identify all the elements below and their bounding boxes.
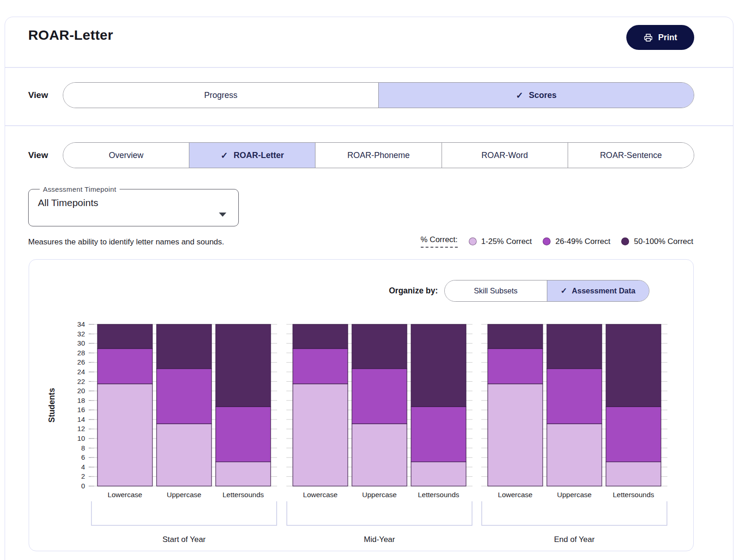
bar-segment <box>488 349 543 384</box>
bar-segment <box>547 424 602 486</box>
bar-segment <box>606 407 661 462</box>
tab-roar-letter[interactable]: ✓ ROAR-Letter <box>189 143 315 168</box>
y-tick-label: 6 <box>81 453 85 461</box>
y-tick-label: 12 <box>77 425 85 432</box>
bar-segment <box>157 324 212 369</box>
check-icon: ✓ <box>516 90 523 101</box>
category-label: Lowercase <box>303 491 338 499</box>
category-label: Uppercase <box>557 491 592 499</box>
timepoint-select-label: Assessment Timepoint <box>40 185 120 193</box>
category-label: Lettersounds <box>223 491 264 499</box>
segment-skill-subsets[interactable]: Skill Subsets <box>445 280 547 301</box>
timepoint-select-value: All Timepoints <box>38 197 229 208</box>
legend-dot-medium <box>543 237 551 245</box>
bar-segment <box>606 462 661 487</box>
page-title: ROAR-Letter <box>28 27 113 43</box>
printer-icon <box>643 33 653 43</box>
divider <box>5 67 733 68</box>
y-tick-label: 22 <box>77 377 85 385</box>
assessment-description: Measures the ability to identify letter … <box>28 237 224 247</box>
chevron-down-icon <box>219 213 226 217</box>
chart-card: Organize by: Skill Subsets ✓ Assessment … <box>29 259 694 551</box>
page: ROAR-Letter Print View Progress ✓ Scores <box>0 0 739 560</box>
category-label: Lettersounds <box>418 491 460 499</box>
y-axis-label: Students <box>47 388 56 422</box>
organize-by-row: Organize by: Skill Subsets ✓ Assessment … <box>389 280 649 302</box>
group-bracket <box>287 501 472 525</box>
organize-by-label: Organize by: <box>389 286 438 296</box>
y-tick-label: 4 <box>81 463 85 471</box>
y-tick-label: 10 <box>77 434 85 442</box>
tab-roar-word[interactable]: ROAR-Word <box>442 143 568 168</box>
segment-scores[interactable]: ✓ Scores <box>378 83 694 108</box>
bar-segment <box>547 369 602 424</box>
bar-segment <box>293 384 348 486</box>
view-label-assessment: View <box>28 142 48 168</box>
segment-assessment-data[interactable]: ✓ Assessment Data <box>547 280 649 301</box>
print-button[interactable]: Print <box>626 25 694 50</box>
bar-segment <box>216 462 271 487</box>
report-card: ROAR-Letter Print View Progress ✓ Scores <box>5 17 733 560</box>
bar-segment <box>352 369 407 424</box>
segment-progress[interactable]: Progress <box>63 83 378 108</box>
legend-dot-light <box>469 237 477 245</box>
bar-segment <box>352 424 407 486</box>
bar-segment <box>157 424 212 486</box>
bar-segment <box>411 462 466 487</box>
bar-segment <box>352 324 407 369</box>
category-label: Lowercase <box>108 491 142 499</box>
y-tick-label: 26 <box>77 358 85 366</box>
legend-title: % Correct: <box>421 235 458 248</box>
score-legend: % Correct: 1-25% Correct 26-49% Correct … <box>421 235 693 248</box>
stacked-bar-chart: 0246810121416182022242628303234StudentsL… <box>33 308 680 552</box>
bar-segment <box>157 369 212 424</box>
y-tick-label: 20 <box>77 387 85 395</box>
group-label: Mid-Year <box>364 535 395 544</box>
bar-segment <box>411 324 466 407</box>
legend-item: 1-25% Correct <box>469 237 532 246</box>
legend-item: 26-49% Correct <box>543 237 610 246</box>
bar-segment <box>293 324 348 349</box>
y-tick-label: 16 <box>77 406 85 414</box>
bar-segment <box>293 349 348 384</box>
category-label: Lettersounds <box>613 491 654 499</box>
group-bracket <box>91 501 277 525</box>
legend-dot-dark <box>621 237 629 245</box>
bar-segment <box>488 324 543 349</box>
divider <box>5 125 733 126</box>
group-label: End of Year <box>554 535 595 544</box>
y-tick-label: 32 <box>77 330 85 338</box>
category-label: Uppercase <box>362 491 397 499</box>
group-bracket <box>482 501 667 525</box>
print-button-label: Print <box>658 33 677 43</box>
y-tick-label: 14 <box>77 415 85 423</box>
group-label: Start of Year <box>163 535 206 544</box>
bar-segment <box>97 384 152 486</box>
category-label: Lowercase <box>498 491 533 499</box>
y-tick-label: 2 <box>81 472 85 480</box>
timepoint-select[interactable]: Assessment Timepoint All Timepoints <box>28 185 239 226</box>
legend-item: 50-100% Correct <box>621 237 693 246</box>
y-tick-label: 24 <box>77 368 85 376</box>
bar-segment <box>488 384 543 486</box>
tab-roar-phoneme[interactable]: ROAR-Phoneme <box>315 143 441 168</box>
tab-overview[interactable]: Overview <box>63 143 189 168</box>
y-tick-label: 34 <box>77 320 85 328</box>
y-tick-label: 8 <box>81 444 85 452</box>
y-tick-label: 18 <box>77 396 85 404</box>
check-icon: ✓ <box>221 150 228 161</box>
check-icon: ✓ <box>561 286 567 296</box>
bar-segment <box>97 324 152 349</box>
assessment-tabs: Overview ✓ ROAR-Letter ROAR-Phoneme ROAR… <box>63 142 694 168</box>
organize-by-toggle: Skill Subsets ✓ Assessment Data <box>444 280 649 302</box>
bar-segment <box>216 324 271 407</box>
y-tick-label: 0 <box>81 482 85 490</box>
bar-segment <box>216 407 271 462</box>
y-tick-label: 30 <box>77 339 85 347</box>
category-label: Uppercase <box>167 491 201 499</box>
tab-roar-sentence[interactable]: ROAR-Sentence <box>568 143 694 168</box>
view-label-scores: View <box>28 82 48 108</box>
bar-segment <box>411 407 466 462</box>
y-tick-label: 28 <box>77 349 85 357</box>
bar-segment <box>606 324 661 407</box>
